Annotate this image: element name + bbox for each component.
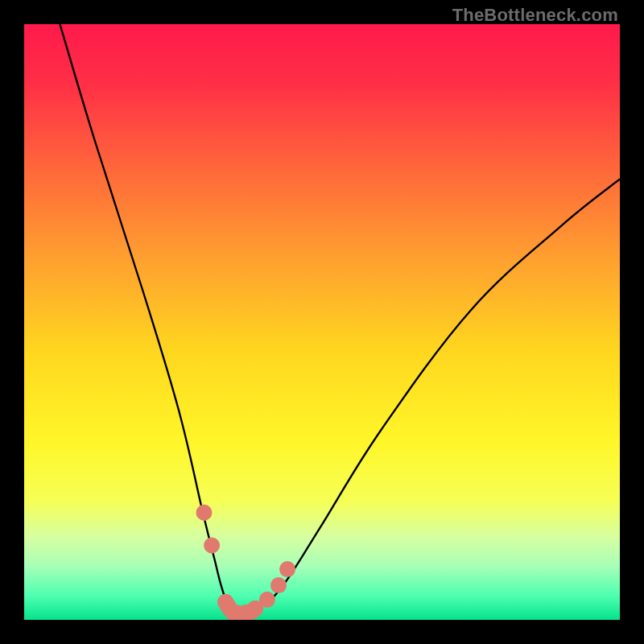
bottleneck-curve <box>60 24 620 614</box>
highlight-marker <box>270 577 287 593</box>
curve-layer <box>24 24 620 620</box>
highlight-marker <box>279 561 295 577</box>
watermark-text: TheBottleneck.com <box>452 5 618 26</box>
highlight-marker <box>196 505 212 521</box>
highlight-marker <box>259 592 275 608</box>
chart-frame: TheBottleneck.com <box>0 0 644 644</box>
highlight-markers <box>196 505 295 620</box>
plot-area <box>24 24 620 620</box>
highlight-marker <box>204 538 220 554</box>
